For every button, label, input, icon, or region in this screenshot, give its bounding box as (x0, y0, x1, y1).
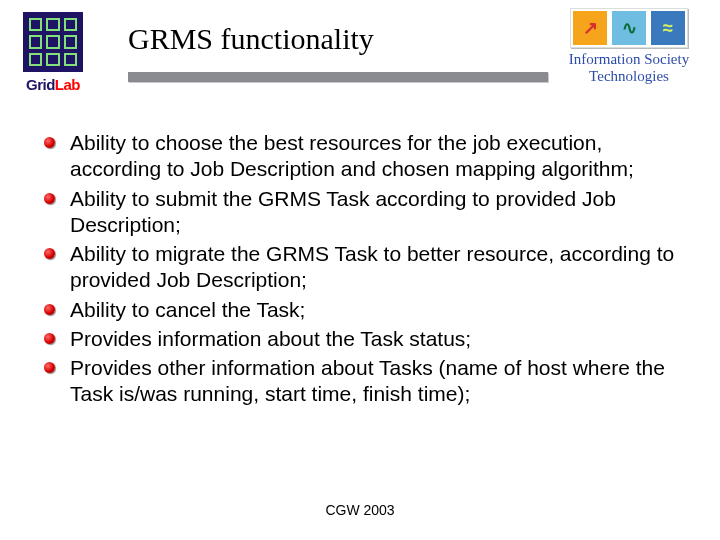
gridlab-logo-text-b: Lab (55, 76, 80, 93)
bullet-list: Ability to choose the best resources for… (40, 130, 690, 408)
list-item: Ability to cancel the Task; (40, 297, 690, 323)
list-item: Ability to submit the GRMS Task accordin… (40, 186, 690, 239)
list-item: Ability to migrate the GRMS Task to bett… (40, 241, 690, 294)
slide-footer: CGW 2003 (0, 502, 720, 518)
gridlab-logo-text: GridLab (16, 76, 90, 93)
ist-logo-line1: Information Society (554, 52, 704, 67)
list-item: Provides information about the Task stat… (40, 326, 690, 352)
list-item: Provides other information about Tasks (… (40, 355, 690, 408)
arrow-icon: ↗ (573, 11, 607, 45)
approx-icon: ≈ (651, 11, 685, 45)
gridlab-logo-text-a: Grid (26, 76, 55, 93)
wave-icon: ∿ (612, 11, 646, 45)
ist-logo-icon: ↗ ∿ ≈ (570, 8, 688, 48)
gridlab-logo: GridLab (16, 12, 90, 93)
slide: GridLab ↗ ∿ ≈ Information Society Techno… (0, 0, 720, 540)
list-item: Ability to choose the best resources for… (40, 130, 690, 183)
slide-title: GRMS functionality (128, 22, 374, 56)
gridlab-logo-icon (23, 12, 83, 72)
title-underline (128, 72, 548, 82)
ist-logo-line2: Technologies (554, 69, 704, 84)
ist-logo: ↗ ∿ ≈ Information Society Technologies (554, 8, 704, 84)
slide-body: Ability to choose the best resources for… (40, 130, 690, 411)
